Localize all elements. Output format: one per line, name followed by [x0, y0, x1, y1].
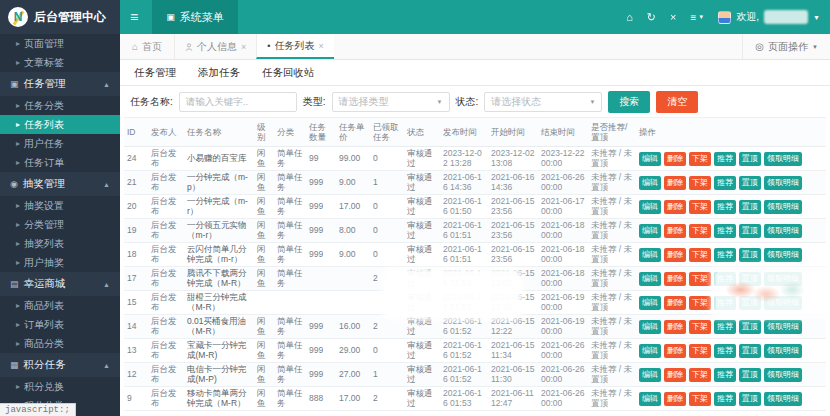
home-icon[interactable]: ⌂ [626, 11, 633, 23]
edit-button[interactable]: 编辑 [639, 344, 661, 358]
sidebar-item-1[interactable]: ▸文章标签 [0, 53, 120, 72]
refresh-icon[interactable]: ↻ [647, 11, 656, 24]
take-down-button[interactable]: 下架 [689, 152, 711, 166]
claim-detail-button[interactable]: 领取明细 [764, 344, 802, 358]
edit-button[interactable]: 编辑 [639, 200, 661, 214]
status-select[interactable]: 请选择状态 ▼ [484, 92, 602, 112]
tab-task-list[interactable]: • 任务列表 × [256, 34, 333, 59]
clear-button[interactable]: 清空 [656, 91, 698, 113]
delete-button[interactable]: 删除 [664, 392, 686, 406]
delete-button[interactable]: 删除 [664, 344, 686, 358]
take-down-button[interactable]: 下架 [689, 368, 711, 382]
edit-button[interactable]: 编辑 [639, 368, 661, 382]
claim-detail-button[interactable]: 领取明细 [764, 248, 802, 262]
take-down-button[interactable]: 下架 [689, 296, 711, 310]
sidebar-item-13[interactable]: ▸商品列表 [0, 296, 120, 315]
sidebar-item-6[interactable]: ▸任务订单 [0, 153, 120, 172]
pin-top-button[interactable]: 置顶 [739, 224, 761, 238]
edit-button[interactable]: 编辑 [639, 296, 661, 310]
claim-detail-button[interactable]: 领取明细 [764, 200, 802, 214]
sidebar-item-3[interactable]: ▸任务分类 [0, 96, 120, 115]
delete-button[interactable]: 删除 [664, 320, 686, 334]
sidebar-item-0[interactable]: ▸页面管理 [0, 34, 120, 53]
pin-top-button[interactable]: 置顶 [739, 392, 761, 406]
pin-top-button[interactable]: 置顶 [739, 320, 761, 334]
tab-task-manage[interactable]: 任务管理 [134, 66, 176, 80]
tab-profile[interactable]: 个人信息 × [174, 34, 256, 59]
pin-top-button[interactable]: 置顶 [739, 248, 761, 262]
pin-top-button[interactable]: 置顶 [739, 152, 761, 166]
claim-detail-button[interactable]: 领取明细 [764, 320, 802, 334]
claim-detail-button[interactable]: 领取明细 [764, 224, 802, 238]
claim-detail-button[interactable]: 领取明细 [764, 176, 802, 190]
take-down-button[interactable]: 下架 [689, 344, 711, 358]
delete-button[interactable]: 删除 [664, 224, 686, 238]
recommend-button[interactable]: 推荐 [714, 344, 736, 358]
sidebar-item-17[interactable]: ▸积分兑换 [0, 377, 120, 396]
sidebar-item-4[interactable]: ▸任务列表 [0, 115, 120, 134]
pin-top-button[interactable]: 置顶 [739, 200, 761, 214]
sidebar-item-8[interactable]: ▸抽奖设置 [0, 196, 120, 215]
delete-button[interactable]: 删除 [664, 176, 686, 190]
edit-button[interactable]: 编辑 [639, 224, 661, 238]
recommend-button[interactable]: 推荐 [714, 224, 736, 238]
page-operations-dropdown[interactable]: ◎ 页面操作 ▼ [742, 34, 830, 59]
sidebar-section-12[interactable]: ▤幸运商城▲ [0, 272, 120, 296]
delete-button[interactable]: 删除 [664, 272, 686, 286]
pin-top-button[interactable]: 置顶 [739, 344, 761, 358]
sidebar-item-15[interactable]: ▸商品分类 [0, 334, 120, 353]
recommend-button[interactable]: 推荐 [714, 320, 736, 334]
edit-button[interactable]: 编辑 [639, 176, 661, 190]
search-button[interactable]: 搜索 [608, 91, 650, 113]
menu-list-icon[interactable]: ≡ ▼ [690, 12, 704, 23]
sidebar-section-7[interactable]: ◉抽奖管理▲ [0, 172, 120, 196]
close-icon[interactable]: × [670, 11, 676, 23]
edit-button[interactable]: 编辑 [639, 272, 661, 286]
breadcrumb-home[interactable]: ⌂ 首页 [120, 34, 174, 59]
take-down-button[interactable]: 下架 [689, 320, 711, 334]
take-down-button[interactable]: 下架 [689, 392, 711, 406]
edit-button[interactable]: 编辑 [639, 152, 661, 166]
delete-button[interactable]: 删除 [664, 200, 686, 214]
pin-top-button[interactable]: 置顶 [739, 176, 761, 190]
pin-top-button[interactable]: 置顶 [739, 368, 761, 382]
sidebar-section-2[interactable]: ▣任务管理▲ [0, 72, 120, 96]
take-down-button[interactable]: 下架 [689, 248, 711, 262]
delete-button[interactable]: 删除 [664, 296, 686, 310]
close-tab-icon[interactable]: × [241, 42, 246, 52]
take-down-button[interactable]: 下架 [689, 200, 711, 214]
delete-button[interactable]: 删除 [664, 152, 686, 166]
sidebar-item-14[interactable]: ▸订单列表 [0, 315, 120, 334]
claim-detail-button[interactable]: 领取明细 [764, 392, 802, 406]
tab-add-task[interactable]: 添加任务 [198, 66, 240, 80]
claim-detail-button[interactable]: 领取明细 [764, 152, 802, 166]
edit-button[interactable]: 编辑 [639, 248, 661, 262]
edit-button[interactable]: 编辑 [639, 320, 661, 334]
recommend-button[interactable]: 推荐 [714, 248, 736, 262]
recommend-button[interactable]: 推荐 [714, 176, 736, 190]
app-logo[interactable]: N 后台管理中心 [0, 0, 120, 34]
delete-button[interactable]: 删除 [664, 248, 686, 262]
sidebar-item-10[interactable]: ▸抽奖列表 [0, 234, 120, 253]
sidebar-item-5[interactable]: ▸用户任务 [0, 134, 120, 153]
tab-task-recycle-bin[interactable]: 任务回收站 [262, 66, 315, 80]
type-select[interactable]: 请选择类型 ▼ [332, 92, 450, 112]
edit-button[interactable]: 编辑 [639, 392, 661, 406]
recommend-button[interactable]: 推荐 [714, 392, 736, 406]
sidebar-section-16[interactable]: ▦积分任务▲ [0, 353, 120, 377]
sidebar-item-9[interactable]: ▸分类管理 [0, 215, 120, 234]
hamburger-icon[interactable]: ≡ [130, 9, 138, 25]
task-name-input[interactable] [179, 92, 297, 112]
tab-system-menu[interactable]: ▣ 系统菜单 [152, 0, 238, 34]
recommend-button[interactable]: 推荐 [714, 368, 736, 382]
take-down-button[interactable]: 下架 [689, 224, 711, 238]
sidebar-item-11[interactable]: ▸用户抽奖 [0, 253, 120, 272]
take-down-button[interactable]: 下架 [689, 272, 711, 286]
take-down-button[interactable]: 下架 [689, 176, 711, 190]
recommend-button[interactable]: 推荐 [714, 200, 736, 214]
user-menu[interactable]: 欢迎, ▼ [718, 10, 820, 24]
delete-button[interactable]: 删除 [664, 368, 686, 382]
claim-detail-button[interactable]: 领取明细 [764, 368, 802, 382]
close-tab-icon[interactable]: × [318, 41, 323, 51]
recommend-button[interactable]: 推荐 [714, 152, 736, 166]
